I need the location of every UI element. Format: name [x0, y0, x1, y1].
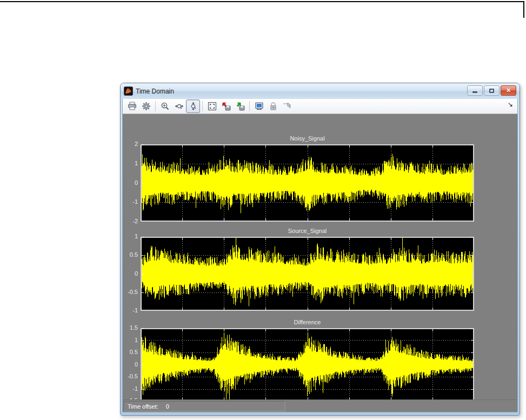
print-button[interactable] — [125, 99, 139, 113]
y-tick-label: 1 — [118, 337, 138, 343]
scope-window: Time Domain ✕ — [120, 83, 520, 416]
save-axes-settings-button[interactable] — [219, 99, 233, 113]
y-tick-label: -0.5 — [118, 289, 138, 295]
difference-plot[interactable] — [141, 328, 474, 401]
y-tick-label: 1 — [118, 233, 138, 239]
y-tick-label: -2 — [118, 218, 138, 224]
zoom-x-button[interactable] — [172, 99, 186, 113]
source-signal-plot[interactable] — [141, 237, 474, 311]
window-controls: ✕ — [467, 85, 516, 96]
close-icon: ✕ — [506, 88, 511, 94]
toolbar: ↘ — [123, 99, 517, 114]
signal-selection-hand-icon — [283, 102, 292, 111]
floating-scope-monitor-icon — [255, 102, 264, 111]
maximize-button[interactable] — [484, 85, 500, 96]
page-border-top-line — [0, 1, 524, 2]
close-button[interactable]: ✕ — [501, 85, 516, 96]
plot-title: Difference — [141, 319, 474, 325]
difference-scope: Difference -1.5-1-0.500.511.5012345678 — [141, 328, 474, 401]
toolbar-separator — [249, 101, 250, 111]
y-tick-label: 0 — [118, 361, 138, 368]
parameters-button[interactable] — [139, 99, 153, 113]
y-tick-label: 1 — [118, 160, 138, 166]
minimize-button[interactable] — [467, 85, 483, 96]
plot-title: Source_Signal — [141, 228, 474, 234]
document-page: Time Domain ✕ — [0, 0, 526, 420]
maximize-icon — [489, 89, 494, 93]
toolbar-separator — [202, 101, 203, 111]
floating-scope-button[interactable] — [252, 99, 266, 113]
toolbar-separator — [155, 101, 156, 111]
y-tick-label: -1 — [118, 385, 138, 392]
plot-title: Noisy_Signal — [141, 135, 474, 142]
y-tick-label: -1 — [118, 198, 138, 205]
magnifier-plus-icon — [161, 102, 170, 111]
status-bar: Time offset: 0 — [123, 399, 517, 412]
lock-icon — [269, 102, 278, 111]
toolbar-overflow-arrow-icon[interactable]: ↘ — [508, 101, 513, 108]
source-signal-scope: Source_Signal -1-0.500.51 — [141, 237, 474, 311]
restore-axes-green-disk-icon — [236, 102, 245, 111]
page-border-right-line — [523, 1, 524, 18]
minimize-icon — [472, 91, 477, 93]
simulink-scope-icon — [124, 86, 133, 96]
magnifier-x-axis-icon — [175, 102, 184, 111]
y-tick-label: 2 — [118, 141, 138, 147]
save-axes-red-disk-icon — [222, 102, 231, 111]
y-tick-label: 0 — [118, 179, 138, 186]
y-tick-label: 1.5 — [118, 324, 138, 331]
zoom-button[interactable] — [158, 99, 172, 113]
gear-icon — [142, 102, 151, 111]
noisy-signal-scope: Noisy_Signal -2-1012 — [141, 144, 474, 222]
window-title: Time Domain — [136, 88, 174, 95]
y-tick-label: 0.5 — [118, 251, 138, 258]
zoom-y-button[interactable] — [186, 99, 200, 113]
lock-axes-button[interactable] — [266, 99, 280, 113]
time-offset-value: 0 — [166, 403, 169, 410]
y-tick-label: -1 — [118, 307, 138, 314]
noisy-signal-plot[interactable] — [141, 144, 474, 222]
autoscale-arrows-icon — [208, 102, 217, 111]
y-tick-label: 0 — [118, 270, 138, 277]
title-bar[interactable]: Time Domain ✕ — [121, 83, 520, 99]
autoscale-button[interactable] — [205, 99, 219, 113]
y-tick-label: 0.5 — [118, 349, 138, 355]
time-offset-panel: Time offset: 0 — [123, 401, 285, 411]
signal-selection-button[interactable] — [280, 99, 294, 113]
printer-icon — [128, 102, 137, 111]
y-tick-label: -0.5 — [118, 373, 138, 379]
magnifier-y-axis-icon — [189, 102, 198, 111]
restore-axes-settings-button[interactable] — [233, 99, 247, 113]
time-offset-label: Time offset: — [128, 403, 158, 410]
window-content: ↘ Noisy_Signal -2-1012 Source_Signal -1-… — [122, 99, 518, 412]
